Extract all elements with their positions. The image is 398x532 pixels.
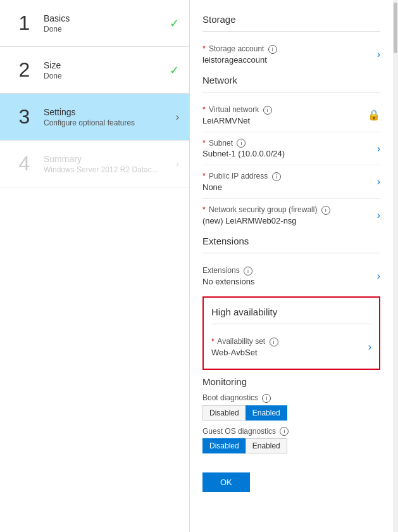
monitoring-header: Monitoring: [202, 376, 380, 387]
nsg-label: * Network security group (firewall) i: [202, 205, 371, 215]
avset-required-star: *: [211, 337, 215, 346]
public-ip-row[interactable]: * Public IP address i None ›: [202, 165, 380, 199]
step-4: 4 Summary Windows Server 2012 R2 Datac..…: [0, 141, 189, 187]
extensions-row[interactable]: Extensions i No extensions ›: [202, 260, 380, 293]
subnet-left: * Subnet i Subnet-1 (10.0.0.0/24): [202, 139, 371, 159]
virtual-network-row[interactable]: * Virtual network i LeiARMVNet 🔒: [202, 99, 380, 132]
nsg-left: * Network security group (firewall) i (n…: [202, 205, 371, 225]
step-4-arrow: ›: [176, 158, 179, 170]
ok-button[interactable]: OK: [202, 472, 250, 492]
extensions-value: No extensions: [202, 277, 371, 286]
step-2[interactable]: 2 Size Done ✓: [0, 47, 189, 94]
extensions-divider: [202, 253, 380, 253]
step-4-subtitle: Windows Server 2012 R2 Datac...: [44, 165, 171, 174]
monitoring-section: Monitoring Boot diagnostics i Disabled E…: [202, 376, 380, 454]
boot-enabled-button[interactable]: Enabled: [246, 405, 287, 421]
storage-account-value: leistorageaccount: [202, 55, 371, 65]
storage-account-left: * Storage account i leistorageaccount: [202, 44, 371, 65]
boot-diagnostics-toggle: Disabled Enabled: [202, 405, 380, 421]
high-availability-section: High availability * Availability set i W…: [202, 296, 380, 370]
step-4-title: Summary: [44, 154, 171, 164]
boot-info-icon[interactable]: i: [262, 394, 271, 403]
extensions-info-icon[interactable]: i: [244, 267, 252, 276]
ok-section: OK: [202, 466, 380, 492]
pip-info-icon[interactable]: i: [272, 172, 281, 181]
boot-diagnostics-label: Boot diagnostics i: [202, 393, 380, 403]
storage-header: Storage: [202, 14, 380, 25]
avset-arrow-icon: ›: [368, 341, 371, 353]
step-2-subtitle: Done: [44, 72, 165, 80]
virtual-network-label: * Virtual network i: [202, 105, 361, 115]
extensions-section: Extensions Extensions i No extensions ›: [202, 236, 380, 293]
avset-info-icon[interactable]: i: [270, 338, 278, 346]
step-2-checkmark: ✓: [170, 63, 179, 77]
subnet-row[interactable]: * Subnet i Subnet-1 (10.0.0.0/24) ›: [202, 132, 380, 166]
storage-account-label: * Storage account i: [202, 44, 371, 54]
virtual-network-left: * Virtual network i LeiARMVNet: [202, 105, 361, 125]
step-2-number: 2: [10, 58, 39, 82]
step-4-content: Summary Windows Server 2012 R2 Datac...: [44, 154, 171, 174]
guest-info-icon[interactable]: i: [280, 427, 289, 436]
virtual-network-value: LeiARMVNet: [202, 116, 361, 125]
ha-divider: [211, 324, 371, 324]
ha-header: High availability: [211, 307, 371, 317]
nsg-row[interactable]: * Network security group (firewall) i (n…: [202, 199, 380, 232]
boot-disabled-button[interactable]: Disabled: [202, 405, 246, 421]
step-4-number: 4: [10, 152, 39, 175]
storage-section: Storage * Storage account i leistorageac…: [202, 14, 380, 71]
step-2-title: Size: [44, 60, 165, 70]
storage-required-star: *: [202, 44, 206, 53]
step-3-arrow: ›: [176, 111, 179, 123]
availability-set-label: * Availability set i: [211, 337, 362, 346]
nsg-info-icon[interactable]: i: [321, 206, 330, 215]
network-section: Network * Virtual network i LeiARMVNet 🔒…: [202, 75, 380, 232]
step-3-content: Settings Configure optional features: [44, 107, 171, 127]
vnet-info-icon[interactable]: i: [263, 106, 272, 115]
availability-set-left: * Availability set i Web-AvbSet: [211, 337, 362, 357]
step-2-content: Size Done: [44, 60, 165, 80]
network-divider: [202, 92, 380, 92]
step-1-title: Basics: [44, 13, 165, 23]
public-ip-left: * Public IP address i None: [202, 172, 371, 192]
storage-account-row[interactable]: * Storage account i leistorageaccount ›: [202, 38, 380, 71]
subnet-required-star: *: [202, 139, 206, 148]
nsg-arrow-icon: ›: [377, 210, 380, 221]
step-3-subtitle: Configure optional features: [44, 118, 171, 127]
lock-icon: 🔒: [368, 109, 380, 121]
guest-disabled-button[interactable]: Disabled: [202, 438, 246, 453]
storage-arrow-icon: ›: [377, 49, 380, 60]
sidebar: 1 Basics Done ✓ 2 Size Done ✓ 3 Settings…: [0, 0, 190, 532]
step-1-content: Basics Done: [44, 13, 165, 34]
public-ip-value: None: [202, 182, 371, 192]
subnet-info-icon[interactable]: i: [237, 139, 246, 148]
guest-enabled-button[interactable]: Enabled: [246, 438, 287, 453]
step-1-number: 1: [10, 11, 39, 35]
extensions-left: Extensions i No extensions: [202, 266, 371, 286]
nsg-value: (new) LeiARMWeb02-nsg: [202, 216, 371, 225]
step-1-subtitle: Done: [44, 25, 165, 34]
pip-arrow-icon: ›: [377, 176, 380, 187]
storage-info-icon[interactable]: i: [268, 45, 277, 54]
main-content: Storage * Storage account i leistorageac…: [190, 0, 393, 532]
subnet-label: * Subnet i: [202, 139, 371, 148]
scrollbar-track[interactable]: [393, 0, 398, 532]
step-1[interactable]: 1 Basics Done ✓: [0, 0, 189, 47]
step-3-title: Settings: [44, 107, 171, 117]
guest-os-toggle: Disabled Enabled: [202, 438, 380, 453]
step-3-number: 3: [10, 105, 39, 129]
nsg-required-star: *: [202, 205, 206, 214]
pip-required-star: *: [202, 172, 206, 180]
scrollbar-thumb[interactable]: [394, 3, 397, 53]
extensions-label: Extensions i: [202, 266, 371, 276]
public-ip-label: * Public IP address i: [202, 172, 371, 181]
subnet-value: Subnet-1 (10.0.0.0/24): [202, 149, 371, 158]
network-header: Network: [202, 75, 380, 86]
step-3[interactable]: 3 Settings Configure optional features ›: [0, 94, 189, 141]
storage-divider: [202, 31, 380, 32]
extensions-arrow-icon: ›: [377, 270, 380, 282]
availability-set-row[interactable]: * Availability set i Web-AvbSet ›: [211, 331, 371, 364]
step-1-checkmark: ✓: [170, 16, 179, 30]
extensions-header: Extensions: [202, 236, 380, 246]
vnet-required-star: *: [202, 105, 206, 114]
guest-os-label: Guest OS diagnostics i: [202, 427, 380, 436]
